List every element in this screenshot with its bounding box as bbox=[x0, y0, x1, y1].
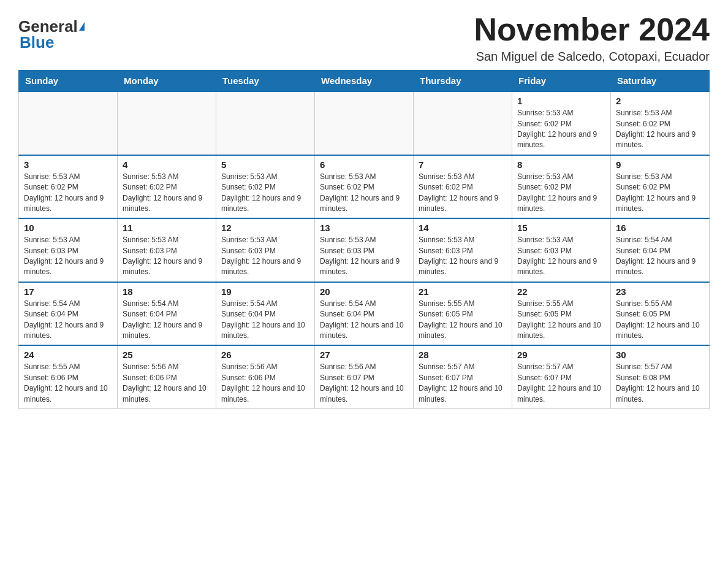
day-info: Sunrise: 5:53 AMSunset: 6:02 PMDaylight:… bbox=[320, 172, 408, 215]
day-number: 20 bbox=[320, 286, 408, 297]
day-number: 22 bbox=[517, 286, 605, 297]
calendar-cell bbox=[118, 91, 216, 155]
calendar-cell: 28Sunrise: 5:57 AMSunset: 6:07 PMDayligh… bbox=[414, 345, 512, 408]
weekday-header-thursday: Thursday bbox=[414, 71, 512, 92]
day-number: 24 bbox=[24, 350, 112, 360]
day-info: Sunrise: 5:54 AMSunset: 6:04 PMDaylight:… bbox=[123, 299, 211, 342]
day-info: Sunrise: 5:53 AMSunset: 6:02 PMDaylight:… bbox=[221, 172, 309, 215]
day-info: Sunrise: 5:55 AMSunset: 6:05 PMDaylight:… bbox=[517, 299, 605, 342]
calendar-cell bbox=[414, 91, 512, 155]
calendar-cell: 27Sunrise: 5:56 AMSunset: 6:07 PMDayligh… bbox=[315, 345, 414, 408]
calendar-cell: 23Sunrise: 5:55 AMSunset: 6:05 PMDayligh… bbox=[611, 282, 710, 346]
day-number: 5 bbox=[221, 159, 309, 170]
logo-general-text: General bbox=[18, 18, 78, 34]
day-info: Sunrise: 5:54 AMSunset: 6:04 PMDaylight:… bbox=[221, 299, 309, 342]
day-info: Sunrise: 5:53 AMSunset: 6:02 PMDaylight:… bbox=[517, 172, 605, 215]
day-number: 18 bbox=[123, 286, 211, 297]
calendar-cell: 14Sunrise: 5:53 AMSunset: 6:03 PMDayligh… bbox=[414, 218, 512, 282]
day-info: Sunrise: 5:57 AMSunset: 6:07 PMDaylight:… bbox=[517, 362, 605, 405]
calendar-week-row: 10Sunrise: 5:53 AMSunset: 6:03 PMDayligh… bbox=[19, 218, 710, 282]
weekday-header-friday: Friday bbox=[512, 71, 611, 92]
day-number: 15 bbox=[517, 223, 605, 233]
calendar-cell: 19Sunrise: 5:54 AMSunset: 6:04 PMDayligh… bbox=[216, 282, 315, 346]
page-header: General Blue November 2024 San Miguel de… bbox=[18, 12, 710, 64]
location-subtitle: San Miguel de Salcedo, Cotopaxi, Ecuador bbox=[474, 50, 710, 64]
day-number: 6 bbox=[320, 159, 408, 170]
calendar-cell: 25Sunrise: 5:56 AMSunset: 6:06 PMDayligh… bbox=[118, 345, 216, 408]
calendar-header-row: SundayMondayTuesdayWednesdayThursdayFrid… bbox=[19, 71, 710, 92]
day-info: Sunrise: 5:54 AMSunset: 6:04 PMDaylight:… bbox=[24, 299, 112, 342]
calendar-cell bbox=[216, 91, 315, 155]
day-number: 21 bbox=[419, 286, 507, 297]
day-number: 1 bbox=[517, 96, 605, 106]
day-info: Sunrise: 5:55 AMSunset: 6:05 PMDaylight:… bbox=[419, 299, 507, 342]
calendar-cell bbox=[315, 91, 414, 155]
calendar-table: SundayMondayTuesdayWednesdayThursdayFrid… bbox=[18, 70, 710, 409]
calendar-cell: 11Sunrise: 5:53 AMSunset: 6:03 PMDayligh… bbox=[118, 218, 216, 282]
day-number: 26 bbox=[221, 350, 309, 360]
title-block: November 2024 San Miguel de Salcedo, Cot… bbox=[474, 12, 710, 64]
day-number: 9 bbox=[616, 159, 704, 170]
day-number: 27 bbox=[320, 350, 408, 360]
day-info: Sunrise: 5:53 AMSunset: 6:02 PMDaylight:… bbox=[616, 172, 704, 215]
day-number: 25 bbox=[123, 350, 211, 360]
day-info: Sunrise: 5:54 AMSunset: 6:04 PMDaylight:… bbox=[616, 235, 704, 278]
calendar-cell: 9Sunrise: 5:53 AMSunset: 6:02 PMDaylight… bbox=[611, 155, 710, 219]
calendar-cell: 26Sunrise: 5:56 AMSunset: 6:06 PMDayligh… bbox=[216, 345, 315, 408]
day-number: 7 bbox=[419, 159, 507, 170]
calendar-cell: 8Sunrise: 5:53 AMSunset: 6:02 PMDaylight… bbox=[512, 155, 611, 219]
logo-triangle-icon bbox=[79, 22, 85, 31]
calendar-cell: 17Sunrise: 5:54 AMSunset: 6:04 PMDayligh… bbox=[19, 282, 118, 346]
calendar-cell bbox=[19, 91, 118, 155]
day-info: Sunrise: 5:53 AMSunset: 6:02 PMDaylight:… bbox=[419, 172, 507, 215]
day-number: 8 bbox=[517, 159, 605, 170]
calendar-cell: 3Sunrise: 5:53 AMSunset: 6:02 PMDaylight… bbox=[19, 155, 118, 219]
day-number: 14 bbox=[419, 223, 507, 233]
day-info: Sunrise: 5:56 AMSunset: 6:06 PMDaylight:… bbox=[221, 362, 309, 405]
calendar-cell: 16Sunrise: 5:54 AMSunset: 6:04 PMDayligh… bbox=[611, 218, 710, 282]
day-info: Sunrise: 5:53 AMSunset: 6:02 PMDaylight:… bbox=[517, 108, 605, 151]
calendar-cell: 29Sunrise: 5:57 AMSunset: 6:07 PMDayligh… bbox=[512, 345, 611, 408]
day-info: Sunrise: 5:57 AMSunset: 6:08 PMDaylight:… bbox=[616, 362, 704, 405]
day-number: 23 bbox=[616, 286, 704, 297]
day-info: Sunrise: 5:53 AMSunset: 6:03 PMDaylight:… bbox=[320, 235, 408, 278]
weekday-header-monday: Monday bbox=[118, 71, 216, 92]
calendar-cell: 20Sunrise: 5:54 AMSunset: 6:04 PMDayligh… bbox=[315, 282, 414, 346]
day-info: Sunrise: 5:57 AMSunset: 6:07 PMDaylight:… bbox=[419, 362, 507, 405]
day-number: 4 bbox=[123, 159, 211, 170]
weekday-header-sunday: Sunday bbox=[19, 71, 118, 92]
day-info: Sunrise: 5:56 AMSunset: 6:06 PMDaylight:… bbox=[123, 362, 211, 405]
calendar-cell: 2Sunrise: 5:53 AMSunset: 6:02 PMDaylight… bbox=[611, 91, 710, 155]
day-number: 2 bbox=[616, 96, 704, 106]
day-number: 30 bbox=[616, 350, 704, 360]
day-info: Sunrise: 5:55 AMSunset: 6:06 PMDaylight:… bbox=[24, 362, 112, 405]
calendar-cell: 21Sunrise: 5:55 AMSunset: 6:05 PMDayligh… bbox=[414, 282, 512, 346]
calendar-cell: 4Sunrise: 5:53 AMSunset: 6:02 PMDaylight… bbox=[118, 155, 216, 219]
weekday-header-saturday: Saturday bbox=[611, 71, 710, 92]
calendar-week-row: 17Sunrise: 5:54 AMSunset: 6:04 PMDayligh… bbox=[19, 282, 710, 346]
logo: General Blue bbox=[18, 12, 85, 50]
day-info: Sunrise: 5:53 AMSunset: 6:03 PMDaylight:… bbox=[221, 235, 309, 278]
weekday-header-tuesday: Tuesday bbox=[216, 71, 315, 92]
day-info: Sunrise: 5:54 AMSunset: 6:04 PMDaylight:… bbox=[320, 299, 408, 342]
calendar-cell: 10Sunrise: 5:53 AMSunset: 6:03 PMDayligh… bbox=[19, 218, 118, 282]
month-year-title: November 2024 bbox=[474, 12, 710, 47]
day-info: Sunrise: 5:53 AMSunset: 6:02 PMDaylight:… bbox=[24, 172, 112, 215]
day-number: 28 bbox=[419, 350, 507, 360]
calendar-cell: 1Sunrise: 5:53 AMSunset: 6:02 PMDaylight… bbox=[512, 91, 611, 155]
calendar-cell: 30Sunrise: 5:57 AMSunset: 6:08 PMDayligh… bbox=[611, 345, 710, 408]
day-number: 12 bbox=[221, 223, 309, 233]
day-number: 10 bbox=[24, 223, 112, 233]
day-number: 19 bbox=[221, 286, 309, 297]
calendar-cell: 15Sunrise: 5:53 AMSunset: 6:03 PMDayligh… bbox=[512, 218, 611, 282]
weekday-header-wednesday: Wednesday bbox=[315, 71, 414, 92]
day-number: 16 bbox=[616, 223, 704, 233]
calendar-week-row: 24Sunrise: 5:55 AMSunset: 6:06 PMDayligh… bbox=[19, 345, 710, 408]
day-info: Sunrise: 5:53 AMSunset: 6:03 PMDaylight:… bbox=[517, 235, 605, 278]
day-info: Sunrise: 5:53 AMSunset: 6:03 PMDaylight:… bbox=[419, 235, 507, 278]
day-number: 13 bbox=[320, 223, 408, 233]
day-info: Sunrise: 5:53 AMSunset: 6:03 PMDaylight:… bbox=[24, 235, 112, 278]
calendar-cell: 22Sunrise: 5:55 AMSunset: 6:05 PMDayligh… bbox=[512, 282, 611, 346]
calendar-cell: 24Sunrise: 5:55 AMSunset: 6:06 PMDayligh… bbox=[19, 345, 118, 408]
day-number: 17 bbox=[24, 286, 112, 297]
